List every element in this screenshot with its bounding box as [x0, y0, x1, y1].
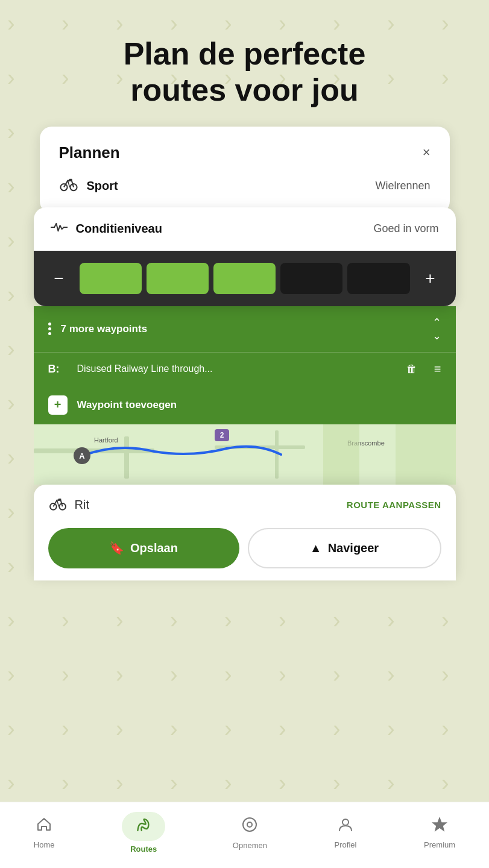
- nav-profiel-label: Profiel: [335, 840, 357, 849]
- add-waypoint-icon: +: [48, 395, 68, 415]
- slider-seg-2[interactable]: [147, 263, 209, 294]
- hero-title: Plan de perfecte routes voor jou: [99, 0, 390, 127]
- slider-plus-button[interactable]: +: [420, 268, 441, 289]
- svg-marker-25: [433, 818, 446, 831]
- slider-bar: − +: [34, 251, 456, 306]
- pulse-icon: [51, 221, 68, 237]
- home-icon: [36, 817, 52, 837]
- opslaan-label: Opslaan: [130, 541, 178, 555]
- opslaan-button[interactable]: 🔖 Opslaan: [48, 528, 239, 568]
- nav-premium-label: Premium: [424, 840, 455, 849]
- cards-wrapper: Plannen × Sport: [0, 127, 489, 580]
- plan-card: Plannen × Sport: [40, 127, 450, 213]
- dest-name: Disused Railway Line through...: [77, 363, 397, 374]
- svg-rect-8: [124, 436, 129, 479]
- rit-label: Rit: [75, 498, 89, 512]
- record-icon: [241, 816, 258, 837]
- svg-text:2: 2: [219, 431, 224, 439]
- nav-opnemen[interactable]: Opnemen: [233, 816, 267, 850]
- premium-icon: [432, 817, 447, 837]
- action-buttons: 🔖 Opslaan ▲ Navigeer: [34, 522, 456, 580]
- hero-line2: routes voor jou: [130, 72, 358, 107]
- routes-bg: [122, 812, 165, 841]
- nav-home-label: Home: [34, 840, 55, 849]
- route-panel: 7 more waypoints ⌃⌄ B: Disused Railway L…: [34, 306, 456, 424]
- plan-title: Plannen: [59, 143, 120, 162]
- hero-line1: Plan de perfecte: [124, 36, 366, 71]
- nav-routes-label: Routes: [130, 844, 157, 854]
- rit-bike-icon: [48, 495, 68, 515]
- close-button[interactable]: ×: [423, 146, 431, 159]
- svg-text:A: A: [79, 451, 85, 461]
- slider-seg-4[interactable]: [280, 263, 342, 294]
- nav-profiel[interactable]: Profiel: [335, 817, 357, 849]
- svg-point-21: [58, 499, 60, 501]
- svg-rect-6: [34, 424, 456, 485]
- main-content: Plan de perfecte routes voor jou Plannen…: [0, 0, 489, 868]
- svg-point-24: [342, 819, 349, 825]
- waypoints-row: 7 more waypoints ⌃⌄: [34, 306, 456, 353]
- slider-seg-3[interactable]: [213, 263, 276, 294]
- svg-text:Hartford: Hartford: [94, 436, 118, 444]
- svg-point-3: [60, 184, 67, 190]
- sort-icon[interactable]: ⌃⌄: [432, 316, 441, 342]
- route-aanpassen-button[interactable]: ROUTE AANPASSEN: [347, 500, 441, 510]
- svg-point-23: [247, 822, 252, 827]
- map-area: A 2 Hartford Branscombe: [34, 424, 456, 485]
- trash-icon[interactable]: 🗑: [406, 363, 417, 376]
- svg-rect-10: [275, 430, 279, 479]
- bottom-nav: Home Routes Opnemen Profiel: [0, 802, 489, 868]
- sport-left: Sport: [59, 175, 118, 197]
- add-waypoint-row[interactable]: + Waypoint toevoegen: [34, 386, 456, 424]
- condition-left: Conditieniveau: [51, 221, 162, 237]
- condition-title: Conditieniveau: [76, 222, 162, 236]
- profile-icon: [338, 817, 353, 837]
- svg-point-22: [243, 818, 256, 831]
- navigeer-label: Navigeer: [328, 541, 379, 555]
- nav-opnemen-label: Opnemen: [233, 841, 267, 850]
- waypoints-text: 7 more waypoints: [61, 323, 423, 335]
- drag-dots-icon: [48, 322, 51, 335]
- sport-row: Sport Wielrennen: [59, 175, 431, 197]
- navigate-icon: ▲: [310, 541, 322, 555]
- svg-rect-17: [323, 424, 359, 485]
- svg-point-4: [70, 184, 77, 190]
- plan-card-header: Plannen ×: [59, 143, 431, 162]
- condition-header: Conditieniveau Goed in vorm: [34, 207, 456, 251]
- slider-segments: [80, 263, 410, 294]
- bottom-card: Rit ROUTE AANPASSEN 🔖 Opslaan ▲ Navigeer: [34, 485, 456, 580]
- nav-home[interactable]: Home: [34, 817, 55, 849]
- slider-seg-5[interactable]: [347, 263, 409, 294]
- navigeer-button[interactable]: ▲ Navigeer: [248, 528, 441, 568]
- slider-seg-1[interactable]: [80, 263, 142, 294]
- condition-card: Conditieniveau Goed in vorm − +: [34, 207, 456, 306]
- slider-minus-button[interactable]: −: [48, 268, 70, 289]
- rit-row: Rit ROUTE AANPASSEN: [34, 485, 456, 522]
- condition-value: Goed in vorm: [373, 222, 438, 235]
- svg-point-5: [69, 179, 71, 181]
- sport-value: Wielrennen: [375, 180, 430, 192]
- nav-routes[interactable]: Routes: [122, 812, 165, 854]
- bookmark-icon: 🔖: [109, 541, 124, 555]
- svg-rect-18: [396, 424, 456, 485]
- drag-handle-icon[interactable]: ≡: [434, 362, 441, 376]
- dest-row: B: Disused Railway Line through... 🗑 ≡: [34, 353, 456, 386]
- bike-icon: [59, 175, 78, 197]
- dest-label: B:: [48, 363, 68, 376]
- rit-left: Rit: [48, 495, 89, 515]
- add-waypoint-text: Waypoint toevoegen: [77, 399, 177, 411]
- sport-label: Sport: [87, 179, 118, 193]
- nav-premium[interactable]: Premium: [424, 817, 455, 849]
